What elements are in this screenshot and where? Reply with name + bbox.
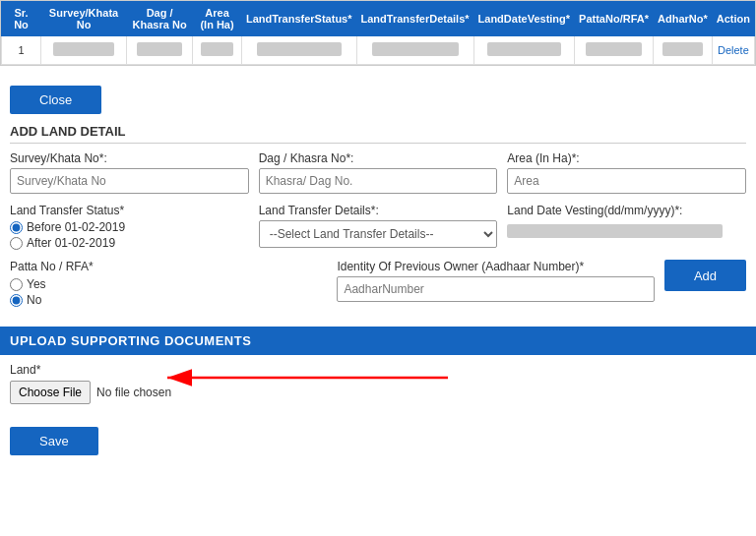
dag-group: Dag / Khasra No*: <box>259 151 498 194</box>
col-action: Action <box>712 2 754 36</box>
before-radio-item: Before 01-02-2019 <box>10 220 249 234</box>
transfer-details-select[interactable]: --Select Land Transfer Details-- <box>259 220 498 248</box>
col-dag: Dag / Khasra No <box>127 2 193 36</box>
transfer-status-group: Land Transfer Status* Before 01-02-2019 … <box>10 204 249 250</box>
form-row-3: Patta No / RFA* Yes No Identity Of Previ… <box>10 260 746 307</box>
add-button[interactable]: Add <box>664 260 746 291</box>
close-area: Close <box>0 76 756 124</box>
cell-survey <box>41 36 127 65</box>
col-area: Area (In Ha) <box>193 2 242 36</box>
survey-group: Survey/Khata No*: <box>10 151 249 194</box>
survey-input[interactable] <box>10 168 249 194</box>
identity-group: Identity Of Previous Owner (Aadhaar Numb… <box>337 260 654 302</box>
identity-label: Identity Of Previous Owner (Aadhaar Numb… <box>337 260 654 273</box>
survey-label: Survey/Khata No*: <box>10 151 249 165</box>
before-radio[interactable] <box>10 221 23 234</box>
red-arrow-annotation <box>158 363 453 392</box>
form-section: ADD LAND DETAIL Survey/Khata No*: Dag / … <box>0 124 756 327</box>
patta-no-radio[interactable] <box>10 294 23 307</box>
area-input[interactable] <box>507 168 746 194</box>
add-land-title: ADD LAND DETAIL <box>10 124 746 144</box>
close-button[interactable]: Close <box>10 86 101 114</box>
cell-area <box>193 36 242 65</box>
cell-transfer-details <box>356 36 473 65</box>
delete-link[interactable]: Delete <box>718 44 749 56</box>
land-date-group: Land Date Vesting(dd/mm/yyyy)*: <box>507 204 746 238</box>
add-button-container: Add <box>664 260 746 291</box>
patta-radios: Yes No <box>10 277 327 307</box>
cell-sr-no: 1 <box>2 36 41 65</box>
identity-input[interactable] <box>337 276 654 302</box>
no-label: No <box>27 293 41 307</box>
cell-adhar <box>654 36 713 65</box>
form-row-1: Survey/Khata No*: Dag / Khasra No*: Area… <box>10 151 746 194</box>
patta-yes-radio[interactable] <box>10 278 23 291</box>
save-button[interactable]: Save <box>10 427 98 455</box>
after-radio-item: After 01-02-2019 <box>10 236 249 250</box>
form-row-2: Land Transfer Status* Before 01-02-2019 … <box>10 204 746 250</box>
transfer-details-group: Land Transfer Details*: --Select Land Tr… <box>259 204 498 248</box>
yes-label: Yes <box>27 277 46 291</box>
col-survey: Survey/Khata No <box>41 2 127 36</box>
arrow-container: Choose File No file chosen <box>10 381 746 404</box>
cell-patta <box>575 36 654 65</box>
col-adhar: AdharNo* <box>654 2 713 36</box>
patta-label: Patta No / RFA* <box>10 260 327 273</box>
dag-input[interactable] <box>259 168 498 194</box>
cell-transfer-status <box>241 36 356 65</box>
col-date-vesting: LandDateVesting* <box>473 2 575 36</box>
cell-date-vesting <box>473 36 575 65</box>
land-date-blur <box>507 224 722 238</box>
patta-group: Patta No / RFA* Yes No <box>10 260 327 307</box>
choose-file-button[interactable]: Choose File <box>10 381 91 404</box>
yes-radio-item: Yes <box>10 277 327 291</box>
transfer-status-radios: Before 01-02-2019 After 01-02-2019 <box>10 220 249 250</box>
before-label: Before 01-02-2019 <box>27 220 125 234</box>
no-radio-item: No <box>10 293 327 307</box>
cell-action[interactable]: Delete <box>712 36 754 65</box>
cell-dag <box>127 36 193 65</box>
file-input-row: Choose File No file chosen <box>10 381 171 404</box>
col-sr-no: Sr. No <box>2 2 41 36</box>
area-group: Area (In Ha)*: <box>507 151 746 194</box>
land-table: Sr. No Survey/Khata No Dag / Khasra No A… <box>1 1 755 65</box>
upload-body: Land* Choose File No file chosen Save <box>0 363 756 465</box>
transfer-details-label: Land Transfer Details*: <box>259 204 498 217</box>
col-transfer-details: LandTransferDetails* <box>356 2 473 36</box>
after-label: After 01-02-2019 <box>27 236 115 250</box>
transfer-status-label: Land Transfer Status* <box>10 204 249 217</box>
table-row: 1 Delete <box>2 36 755 65</box>
col-patta: PattaNo/RFA* <box>575 2 654 36</box>
after-radio[interactable] <box>10 237 23 250</box>
upload-section-header: UPLOAD SUPPORTING DOCUMENTS <box>0 327 756 355</box>
col-transfer-status: LandTransferStatus* <box>241 2 356 36</box>
dag-label: Dag / Khasra No*: <box>259 151 498 165</box>
land-date-label: Land Date Vesting(dd/mm/yyyy)*: <box>507 204 746 217</box>
land-table-section: Sr. No Survey/Khata No Dag / Khasra No A… <box>0 0 756 66</box>
area-label: Area (In Ha)*: <box>507 151 746 165</box>
